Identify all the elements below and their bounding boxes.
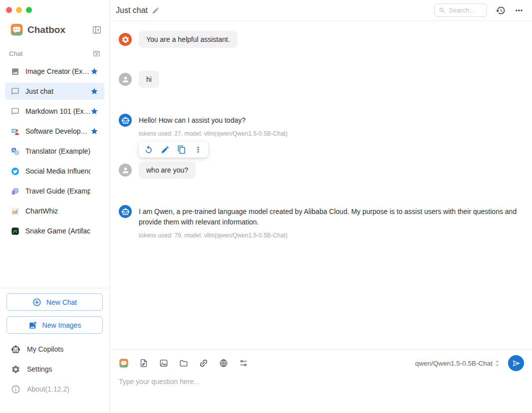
message-text: Hello! How can I assist you today? — [139, 114, 287, 126]
star-icon[interactable] — [90, 147, 98, 155]
user-avatar — [119, 73, 132, 86]
sidebar: Chatbox Chat Image Creator (Ex… Just cha… — [0, 0, 110, 413]
star-icon[interactable] — [90, 207, 98, 215]
minimize-button[interactable] — [16, 7, 22, 13]
bar-chart-icon — [11, 207, 19, 215]
star-icon[interactable] — [90, 87, 98, 95]
model-selector-value: qwen/Qwen1.5-0.5B-Chat — [415, 360, 493, 367]
chat-item-label: Just chat — [25, 87, 90, 95]
clear-conversations-button[interactable] — [92, 49, 101, 58]
collapse-sidebar-button[interactable] — [92, 25, 102, 35]
folder-icon[interactable] — [179, 358, 189, 368]
message-body: Hello! How can I assist you today? token… — [139, 114, 287, 137]
star-icon[interactable] — [90, 227, 98, 235]
twitter-bird-icon — [11, 167, 19, 176]
composer-icons — [119, 358, 249, 368]
chat-list: Image Creator (Ex… Just chat Markdown 10… — [0, 63, 109, 288]
star-icon[interactable] — [90, 67, 98, 75]
picture-icon — [11, 67, 19, 76]
chat-list-item[interactable]: Software Develop… — [5, 123, 104, 140]
sidebar-bottom: New Chat New Images My Copilots Settings… — [0, 288, 109, 413]
chatbox-logo-icon — [10, 23, 23, 36]
gear-icon — [11, 365, 20, 374]
chat-list-item[interactable]: Travel Guide (Example) — [5, 183, 104, 200]
chat-list-item[interactable]: Just chat — [5, 83, 104, 100]
chat-section-row: Chat — [0, 49, 109, 58]
chat-bubble-icon — [11, 87, 19, 96]
copy-icon[interactable] — [177, 145, 186, 154]
new-images-button[interactable]: New Images — [6, 316, 103, 334]
about-button[interactable]: About(1.12.2) — [0, 379, 109, 399]
message-text: who are you? — [139, 162, 196, 179]
search-icon — [439, 7, 446, 14]
edit-title-icon[interactable] — [152, 6, 160, 14]
chatbox-window: Chatbox Chat Image Creator (Ex… Just cha… — [0, 0, 532, 413]
message-meta: tokens used: 27, model: vllm(qwen/Qwen1.… — [139, 130, 287, 137]
zoom-button[interactable] — [26, 7, 32, 13]
message-text: You are a helpful assistant. — [139, 31, 238, 48]
chat-section-label: Chat — [9, 50, 22, 57]
send-icon — [512, 359, 521, 368]
traffic-lights — [0, 0, 109, 13]
message-list: You are a helpful assistant. hi Hello! H… — [110, 21, 532, 349]
message-input[interactable] — [110, 371, 532, 413]
star-icon[interactable] — [90, 127, 98, 135]
unfold-more-icon — [494, 360, 501, 367]
chat-list-item[interactable]: Social Media Influencer … — [5, 163, 104, 180]
new-chat-button[interactable]: New Chat — [6, 293, 103, 311]
message-body: who are you? — [139, 162, 196, 179]
message-meta: tokens used: 79, model: vllm(qwen/Qwen1.… — [139, 232, 517, 239]
model-selector[interactable]: qwen/Qwen1.5-0.5B-Chat — [415, 360, 501, 367]
header-actions — [434, 3, 524, 17]
add-image-icon — [28, 321, 37, 330]
system-avatar — [119, 33, 132, 46]
message-body: You are a helpful assistant. — [139, 31, 238, 48]
send-button[interactable] — [508, 355, 524, 371]
chat-item-label: Image Creator (Ex… — [25, 67, 90, 75]
composer-right: qwen/Qwen1.5-0.5B-Chat — [415, 355, 524, 371]
chat-list-item[interactable]: ChartWhiz — [5, 203, 104, 219]
conversation-header: Just chat — [110, 0, 532, 21]
search-input[interactable] — [449, 6, 483, 14]
more-vertical-icon[interactable] — [194, 145, 203, 154]
message-text: hi — [139, 71, 159, 88]
message: hi — [119, 71, 524, 88]
tune-icon[interactable] — [239, 358, 249, 368]
assistant-avatar — [119, 114, 132, 127]
attach-image-icon[interactable] — [159, 358, 169, 368]
brand-row: Chatbox — [0, 23, 109, 36]
my-copilots-label: My Copilots — [27, 345, 63, 353]
more-menu-button[interactable] — [514, 5, 524, 15]
chat-item-label: Software Develop… — [25, 127, 90, 135]
web-browsing-icon[interactable] — [219, 358, 229, 368]
new-chat-label: New Chat — [46, 298, 77, 306]
travel-globe-icon — [11, 187, 19, 196]
message-text: I am Qwen, a pre-trained language model … — [139, 205, 517, 227]
chat-list-item[interactable]: Translator (Example) — [5, 143, 104, 160]
sidebar-divider — [0, 288, 109, 288]
history-button[interactable] — [496, 5, 506, 15]
link-icon[interactable] — [199, 358, 209, 368]
main-area: Just chat You are a helpful assistant. h… — [110, 0, 532, 413]
composer: qwen/Qwen1.5-0.5B-Chat — [110, 349, 532, 413]
star-icon[interactable] — [90, 167, 98, 175]
chat-list-item[interactable]: Image Creator (Ex… — [5, 63, 104, 80]
title-wrap: Just chat — [116, 6, 160, 15]
star-icon[interactable] — [90, 187, 98, 195]
my-copilots-button[interactable]: My Copilots — [0, 339, 109, 359]
message: who are you? — [119, 162, 524, 179]
close-button[interactable] — [6, 7, 12, 13]
attach-file-icon[interactable] — [139, 358, 149, 368]
message-body: hi — [139, 71, 159, 88]
edit-icon[interactable] — [161, 145, 170, 154]
chat-item-label: Travel Guide (Example) — [25, 187, 90, 195]
settings-button[interactable]: Settings — [0, 359, 109, 379]
chat-item-label: Social Media Influencer … — [25, 167, 90, 175]
chat-list-item[interactable]: Snake Game (Artifact E… — [5, 222, 104, 239]
regenerate-icon[interactable] — [144, 145, 153, 154]
developer-icon — [11, 127, 19, 136]
star-icon[interactable] — [90, 107, 98, 115]
chatbox-logo-icon[interactable] — [119, 358, 129, 368]
user-avatar — [119, 164, 132, 177]
chat-list-item[interactable]: Markdown 101 (Ex… — [5, 103, 104, 120]
